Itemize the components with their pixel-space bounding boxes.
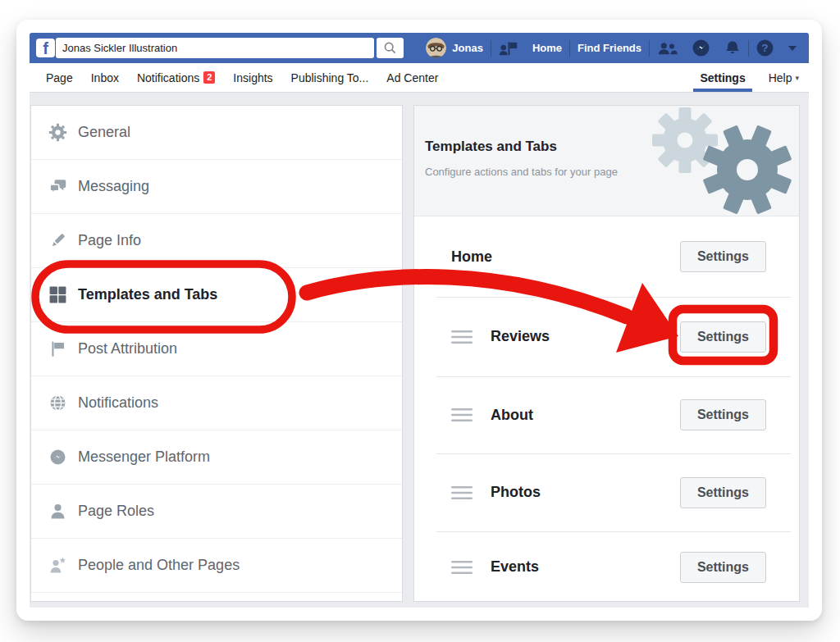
sidebar-item-label: Messaging	[78, 178, 149, 195]
tab-row-label: About	[491, 407, 533, 424]
panel-subtitle: Configure actions and tabs for your page	[425, 166, 618, 178]
sidebar-item-label: Notifications	[78, 394, 158, 412]
caret-down-icon: ▾	[795, 74, 799, 82]
events-settings-button[interactable]: Settings	[680, 552, 766, 583]
home-settings-button[interactable]: Settings	[680, 241, 766, 272]
svg-text:?: ?	[761, 42, 768, 54]
find-friends-link[interactable]: Find Friends	[570, 33, 649, 63]
bell-icon	[724, 41, 741, 55]
sidebar-item-page-roles[interactable]: Page Roles	[31, 485, 402, 539]
pencil-icon	[48, 231, 67, 250]
facebook-window: f Jonas Sickler Illustration	[16, 20, 822, 621]
tab-row-label: Home	[451, 248, 492, 266]
help-label: Help	[769, 71, 792, 84]
search-button[interactable]	[377, 38, 404, 58]
drag-handle-icon[interactable]	[451, 485, 472, 500]
sidebar-item-people-and-other-pages[interactable]: People and Other Pages	[31, 539, 402, 593]
sidebar-item-messaging[interactable]: Messaging	[31, 160, 402, 214]
chat-bubbles-icon	[48, 177, 67, 196]
tab-publishing-tools-label: Publishing To...	[291, 71, 369, 84]
messenger-button[interactable]	[685, 33, 717, 63]
messenger-jewel-icon	[692, 39, 710, 57]
tab-row-home: Home Settings	[414, 216, 799, 297]
notifications-button[interactable]	[717, 33, 748, 63]
tab-page-label: Page	[46, 71, 73, 84]
tab-notifications-label: Notifications	[137, 71, 199, 84]
find-friends-label: Find Friends	[578, 42, 641, 54]
tab-notifications[interactable]: Notifications 2	[128, 63, 224, 92]
tab-row-label: Events	[491, 558, 539, 576]
grid-icon	[48, 285, 67, 304]
panel-header: Templates and Tabs Configure actions and…	[414, 106, 799, 216]
sidebar-item-label: People and Other Pages	[78, 557, 240, 574]
tab-settings[interactable]: Settings	[693, 63, 751, 92]
home-link[interactable]: Home	[525, 33, 569, 63]
person-icon	[48, 502, 67, 521]
person-star-icon	[48, 556, 67, 575]
tab-row-label: Reviews	[491, 328, 550, 345]
facebook-logo[interactable]: f	[36, 39, 55, 57]
sidebar-item-messenger-platform[interactable]: Messenger Platform	[31, 430, 402, 485]
panel-title: Templates and Tabs	[425, 139, 557, 155]
tab-inbox-label: Inbox	[91, 71, 119, 84]
sidebar-item-page-info[interactable]: Page Info	[31, 214, 402, 268]
flag-icon	[48, 339, 67, 358]
pages-feed-link[interactable]	[491, 33, 525, 63]
tab-ad-center-label: Ad Center	[386, 71, 438, 84]
gear-icon	[48, 123, 67, 142]
avatar	[426, 38, 446, 58]
facebook-logo-letter: f	[43, 39, 48, 57]
top-navbar: f Jonas Sickler Illustration	[30, 33, 809, 63]
tab-row-reviews: Reviews Settings	[414, 297, 799, 376]
help-dropdown[interactable]: Help ▾	[769, 63, 799, 92]
chevron-down-icon	[788, 46, 797, 51]
profile-link[interactable]: Jonas	[418, 33, 491, 63]
photos-settings-button[interactable]: Settings	[680, 477, 766, 508]
globe-icon	[48, 394, 67, 412]
about-settings-button[interactable]: Settings	[680, 399, 766, 430]
drag-handle-icon[interactable]	[451, 408, 472, 422]
gears-illustration	[414, 106, 799, 216]
question-mark-icon: ?	[756, 39, 774, 57]
help-button[interactable]: ?	[749, 33, 781, 63]
tab-row-about: About Settings	[414, 376, 799, 453]
search-icon	[383, 41, 397, 55]
drag-handle-icon[interactable]	[451, 560, 472, 575]
account-menu-button[interactable]	[781, 33, 804, 63]
settings-body: General Messaging	[30, 93, 809, 608]
search-value: Jonas Sickler Illustration	[62, 42, 177, 54]
notifications-count-badge: 2	[203, 71, 215, 84]
profile-name: Jonas	[452, 42, 483, 54]
templates-tabs-panel: Templates and Tabs Configure actions and…	[413, 105, 800, 602]
messenger-icon	[48, 448, 67, 467]
settings-sidebar: General Messaging	[30, 105, 403, 602]
page-admin-nav: Page Inbox Notifications 2 Insights Publ…	[30, 63, 809, 93]
tab-settings-label: Settings	[700, 71, 745, 84]
tab-insights-label: Insights	[233, 71, 272, 84]
pages-feed-icon	[499, 41, 518, 56]
sidebar-item-post-attribution[interactable]: Post Attribution	[31, 322, 402, 376]
tab-row-photos: Photos Settings	[414, 453, 799, 531]
tab-inbox[interactable]: Inbox	[82, 63, 128, 92]
search-input[interactable]: Jonas Sickler Illustration	[56, 38, 374, 58]
tab-ad-center[interactable]: Ad Center	[377, 63, 447, 92]
tab-publishing-tools[interactable]: Publishing To...	[282, 63, 378, 92]
drag-handle-icon[interactable]	[451, 330, 472, 344]
sidebar-item-label: General	[78, 124, 130, 141]
tab-page[interactable]: Page	[37, 63, 82, 92]
friend-requests-button[interactable]	[650, 33, 685, 63]
sidebar-item-general[interactable]: General	[31, 106, 402, 160]
sidebar-item-templates-and-tabs[interactable]: Templates and Tabs	[31, 268, 402, 322]
sidebar-item-label: Post Attribution	[78, 340, 177, 357]
page-admin-nav-left: Page Inbox Notifications 2 Insights Publ…	[37, 63, 447, 92]
sidebar-item-label: Templates and Tabs	[78, 286, 217, 303]
reviews-settings-button[interactable]: Settings	[680, 321, 766, 353]
sidebar-item-label: Messenger Platform	[78, 448, 210, 466]
sidebar-item-label: Page Info	[78, 232, 141, 249]
tab-row-events: Events Settings	[414, 531, 799, 603]
tab-insights[interactable]: Insights	[224, 63, 281, 92]
topbar-right: Jonas Home Find Friends	[418, 33, 804, 63]
friend-requests-icon	[657, 41, 678, 56]
page-admin-nav-right: Settings Help ▾	[693, 63, 799, 92]
sidebar-item-notifications[interactable]: Notifications	[31, 376, 402, 430]
